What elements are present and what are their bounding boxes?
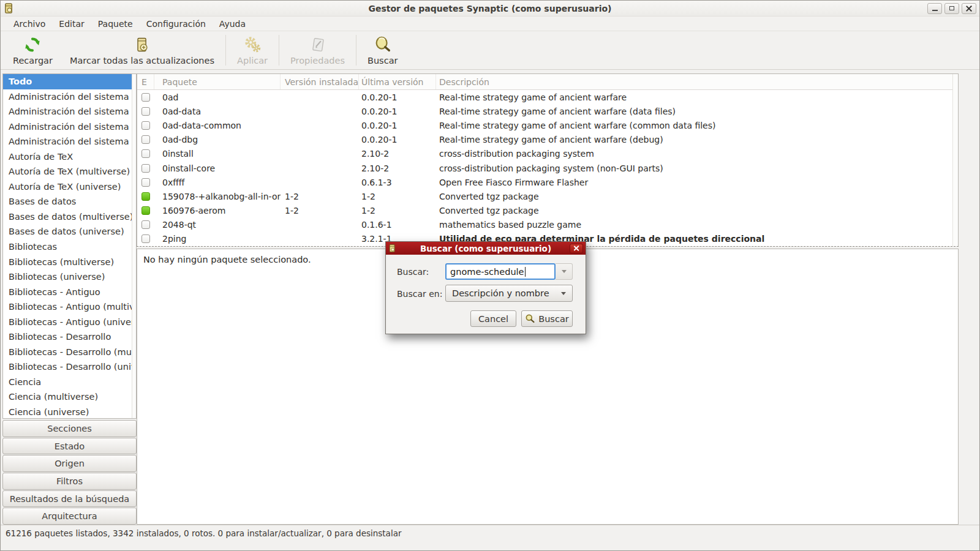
latest-version-cell: 0.0.20-1 xyxy=(359,135,436,144)
package-name-cell: 0ad-data xyxy=(154,107,281,116)
menu-archivo[interactable]: Archivo xyxy=(7,19,52,29)
empty-checkbox[interactable] xyxy=(141,164,150,173)
menu-editar[interactable]: Editar xyxy=(52,19,91,29)
table-row[interactable]: 0ad-data-common0.0.20-1Real-time strateg… xyxy=(137,118,952,132)
search-dialog-title: Buscar (como superusuario) xyxy=(386,244,586,253)
status-cell xyxy=(137,93,154,102)
empty-checkbox[interactable] xyxy=(141,107,150,116)
category-item-bibliotecas[interactable]: Bibliotecas xyxy=(3,239,132,255)
category-item-administracion-del-sistema-restricted[interactable]: Administración del sistema (restricted) xyxy=(3,119,132,135)
category-item-bibliotecas-desarrollo-multiverse[interactable]: Bibliotecas - Desarrollo (multiverse) xyxy=(3,345,132,360)
sidebar-scrollbar[interactable] xyxy=(132,74,136,418)
search-in-value: Descripción y nombre xyxy=(452,288,549,298)
table-header-row: EPaqueteVersión instaladaÚltima versiónD… xyxy=(137,74,952,90)
menu-bar: ArchivoEditarPaqueteConfiguraciónAyuda xyxy=(1,17,979,31)
view-button-filtros[interactable]: Filtros xyxy=(2,473,137,490)
category-item-bibliotecas-universe[interactable]: Bibliotecas (universe) xyxy=(3,269,132,285)
view-button-arquitectura[interactable]: Arquitectura xyxy=(2,508,137,525)
menu-ayuda[interactable]: Ayuda xyxy=(213,19,252,29)
package-name-cell: 0ad xyxy=(154,92,281,102)
description-cell: Real-time strategy game of ancient warfa… xyxy=(436,121,952,130)
minimize-icon xyxy=(932,10,938,11)
category-item-autoria-de-tex-multiverse[interactable]: Autoría de TeX (multiverse) xyxy=(3,164,132,179)
table-row[interactable]: 0ad0.0.20-1Real-time strategy game of an… xyxy=(137,90,952,104)
table-row[interactable]: 0ad-data0.0.20-1Real-time strategy game … xyxy=(137,104,952,118)
toolbar-separator xyxy=(225,35,226,66)
category-item-autoria-de-tex-universe[interactable]: Autoría de TeX (universe) xyxy=(3,179,132,195)
toolbar-button-marcar-todas-las-actualizaciones[interactable]: Marcar todas las actualizaciones xyxy=(61,31,223,69)
view-button-resultados-de-la-busqueda[interactable]: Resultados de la búsqueda xyxy=(2,490,137,508)
menu-configuracion[interactable]: Configuración xyxy=(140,19,213,29)
category-item-administracion-del-sistema[interactable]: Administración del sistema xyxy=(3,89,132,105)
category-item-bases-de-datos[interactable]: Bases de datos xyxy=(3,194,132,209)
category-item-bibliotecas-multiverse[interactable]: Bibliotecas (multiverse) xyxy=(3,255,132,270)
toolbar-button-buscar[interactable]: Buscar xyxy=(359,31,407,69)
category-item-autoria-de-tex[interactable]: Autoría de TeX xyxy=(3,149,132,165)
view-button-estado[interactable]: Estado xyxy=(2,438,137,455)
table-row[interactable]: 0ad-dbg0.0.20-1Real-time strategy game o… xyxy=(137,133,952,147)
table-row[interactable]: 0install2.10-2cross-distribution packagi… xyxy=(137,147,952,161)
synaptic-window: Gestor de paquetes Synaptic (como superu… xyxy=(0,0,980,551)
table-scrollbar[interactable] xyxy=(952,74,958,246)
status-bar: 61216 paquetes listados, 3342 instalados… xyxy=(1,525,979,550)
empty-checkbox[interactable] xyxy=(141,121,150,130)
category-item-administracion-del-sistema-multiverse[interactable]: Administración del sistema (multiverse) xyxy=(3,104,132,119)
close-button[interactable] xyxy=(962,3,976,14)
category-item-bibliotecas-desarrollo[interactable]: Bibliotecas - Desarrollo xyxy=(3,329,132,345)
view-button-origen[interactable]: Origen xyxy=(2,455,137,472)
search-in-select[interactable]: Descripción y nombre xyxy=(445,285,573,302)
maximize-button[interactable] xyxy=(944,3,959,14)
package-name-cell: 159078-+alkanobg-all-in-one xyxy=(154,192,281,201)
empty-checkbox[interactable] xyxy=(141,234,150,243)
category-item-bases-de-datos-multiverse[interactable]: Bases de datos (multiverse) xyxy=(3,209,132,225)
category-item-bibliotecas-antiguo[interactable]: Bibliotecas - Antiguo xyxy=(3,285,132,300)
column-header-paquete[interactable]: Paquete xyxy=(154,74,281,89)
view-button-secciones[interactable]: Secciones xyxy=(2,420,137,437)
table-row[interactable]: 0install-core2.10-2cross-distribution pa… xyxy=(137,161,952,175)
column-header-descripcion[interactable]: Descripción xyxy=(436,74,952,89)
description-cell: Open Free Fiasco Firmware Flasher xyxy=(436,178,952,187)
sidebar-view-buttons: SeccionesEstadoOrigenFiltrosResultados d… xyxy=(2,419,137,525)
empty-checkbox[interactable] xyxy=(141,178,150,187)
properties-icon xyxy=(309,35,326,54)
toolbar-separator xyxy=(279,35,279,66)
package-name-cell: 0ad-dbg xyxy=(154,135,281,144)
minimize-button[interactable] xyxy=(927,3,942,14)
table-row[interactable]: 0xffff0.6.1-3Open Free Fiasco Firmware F… xyxy=(137,175,952,189)
status-cell xyxy=(137,121,154,130)
dialog-search-button[interactable]: Buscar xyxy=(521,310,573,327)
table-row[interactable]: 160976-aerom1-21-2Converted tgz package xyxy=(137,204,952,218)
column-header-e[interactable]: E xyxy=(137,74,154,89)
dialog-close-button[interactable] xyxy=(570,244,583,253)
column-header-version-instalada[interactable]: Versión instalada xyxy=(281,74,359,89)
menu-paquete[interactable]: Paquete xyxy=(91,19,140,29)
no-selection-message: No hay ningún paquete seleccionado. xyxy=(143,255,311,264)
status-cell xyxy=(137,107,154,116)
category-item-ciencia[interactable]: Ciencia xyxy=(3,375,132,390)
cancel-button[interactable]: Cancel xyxy=(470,310,516,327)
close-icon xyxy=(574,246,579,251)
toolbar-button-recargar[interactable]: Recargar xyxy=(4,31,61,69)
installed-checkbox[interactable] xyxy=(141,206,150,215)
package-name-cell: 0install xyxy=(154,149,281,159)
category-item-bibliotecas-antiguo-multiverse[interactable]: Bibliotecas - Antiguo (multiverse) xyxy=(3,299,132,315)
empty-checkbox[interactable] xyxy=(141,93,150,102)
category-item-bibliotecas-desarrollo-universe[interactable]: Bibliotecas - Desarrollo (universe) xyxy=(3,359,132,375)
installed-checkbox[interactable] xyxy=(141,192,150,201)
table-row[interactable]: 159078-+alkanobg-all-in-one1-21-2Convert… xyxy=(137,189,952,203)
category-item-administracion-del-sistema-universe[interactable]: Administración del sistema (universe) xyxy=(3,134,132,149)
category-item-todo[interactable]: Todo xyxy=(3,74,132,89)
empty-checkbox[interactable] xyxy=(141,220,150,229)
category-item-bases-de-datos-universe[interactable]: Bases de datos (universe) xyxy=(3,224,132,239)
category-item-bibliotecas-antiguo-universe[interactable]: Bibliotecas - Antiguo (universe) xyxy=(3,315,132,330)
empty-checkbox[interactable] xyxy=(141,135,150,144)
search-history-dropdown[interactable] xyxy=(556,263,573,280)
empty-checkbox[interactable] xyxy=(141,149,150,158)
category-item-ciencia-multiverse[interactable]: Ciencia (multiverse) xyxy=(3,389,132,405)
category-item-ciencia-universe[interactable]: Ciencia (universe) xyxy=(3,405,132,418)
description-cell: Real-time strategy game of ancient warfa… xyxy=(436,107,952,116)
table-row[interactable]: 2048-qt0.1.6-1mathematics based puzzle g… xyxy=(137,218,952,232)
status-cell xyxy=(137,234,154,243)
search-input[interactable]: gnome-schedule xyxy=(445,263,556,280)
column-header-ultima-version[interactable]: Última versión xyxy=(359,74,436,89)
